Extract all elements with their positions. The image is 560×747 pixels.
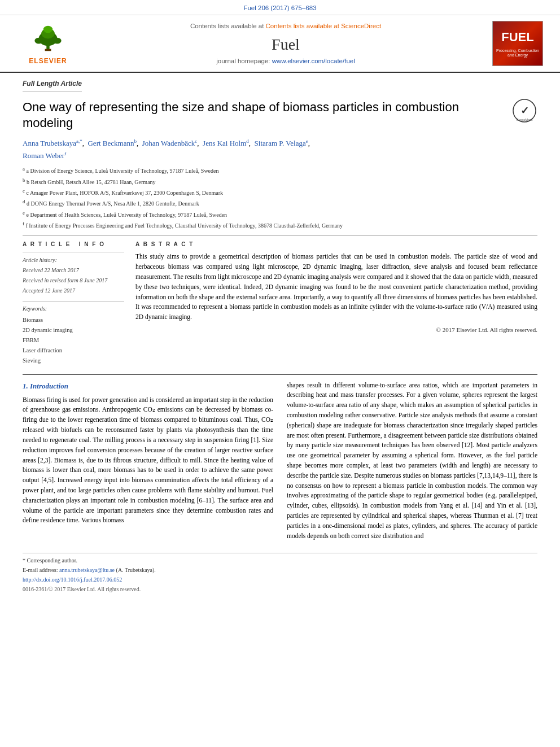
authors-line: Anna Trubetskayaa,*, Gert Beckmannb, Joh… <box>23 137 537 162</box>
keyword-1: Biomass <box>23 315 124 325</box>
copyright-text: © 2017 Elsevier Ltd. All rights reserved… <box>135 326 537 334</box>
keywords-label: Keywords: <box>23 305 124 313</box>
affiliation-a: a a Division of Energy Science, Luleå Un… <box>23 165 537 175</box>
article-body: Full Length Article One way of represent… <box>0 73 560 606</box>
email-note: E-mail address: anna.trubetskaya@ltu.se … <box>23 566 537 574</box>
doi-note: http://dx.doi.org/10.1016/j.fuel.2017.06… <box>23 576 537 584</box>
fuel-logo-box: FUEL Processing, Combustionand Energy <box>492 21 543 66</box>
sciencedirect-text: Contents lists available at Contents lis… <box>79 21 492 30</box>
abstract-header: A B S T R A C T <box>135 241 537 248</box>
crossmark-svg: ✓ CrossMark <box>512 98 537 124</box>
received-date: Received 22 March 2017 <box>23 266 124 275</box>
author-1: Anna Trubetskaya <box>23 139 76 147</box>
intro-paragraph-1: Biomass firing is used for power generat… <box>23 395 273 526</box>
author-3: Johan Wadenbäck <box>142 139 195 147</box>
intro-col-right: shapes result in different volume-to-sur… <box>287 381 537 546</box>
elsevier-tree-graphic <box>23 21 73 55</box>
journal-homepage: journal homepage: www.elsevier.com/locat… <box>79 56 492 65</box>
article-info-header: A R T I C L E I N F O <box>23 241 124 248</box>
issn-text: 0016-2361/© 2017 Elsevier Ltd. All right… <box>23 586 537 593</box>
keyword-4: Laser diffraction <box>23 346 124 356</box>
doi-link[interactable]: http://dx.doi.org/10.1016/j.fuel.2017.06… <box>23 576 122 583</box>
divider-1 <box>23 252 124 252</box>
svg-point-4 <box>34 37 43 43</box>
main-content: 1. Introduction Biomass firing is used f… <box>23 374 537 546</box>
history-header: Article history: <box>23 256 124 265</box>
svg-text:✓: ✓ <box>520 105 529 116</box>
keyword-2: 2D dynamic imaging <box>23 325 124 335</box>
divider-2 <box>23 301 124 302</box>
journal-center: Contents lists available at Contents lis… <box>79 21 492 65</box>
article-info-column: A R T I C L E I N F O Article history: R… <box>23 241 124 365</box>
abstract-column: A B S T R A C T This study aims to provi… <box>135 241 537 365</box>
affiliation-b: b b Retsch GmbH, Retsch Allee 15, 42781 … <box>23 177 537 186</box>
affiliations: a a Division of Energy Science, Luleå Un… <box>23 165 537 230</box>
introduction-section: 1. Introduction Biomass firing is used f… <box>23 381 537 546</box>
author-2: Gert Beckmann <box>88 139 134 147</box>
author-4: Jens Kai Holm <box>203 139 246 147</box>
footnote-area: * Corresponding author. E-mail address: … <box>23 553 537 593</box>
email-link[interactable]: anna.trubetskaya@ltu.se <box>59 567 115 573</box>
info-abstract-section: A R T I C L E I N F O Article history: R… <box>23 235 537 365</box>
revised-date: Received in revised form 8 June 2017 <box>23 276 124 285</box>
fuel-logo-subtitle: Processing, Combustionand Energy <box>496 49 539 58</box>
intro-col-left: 1. Introduction Biomass firing is used f… <box>23 381 273 546</box>
author-6: Roman Weber <box>23 152 64 160</box>
intro-section-title: 1. Introduction <box>23 381 273 392</box>
abstract-text: This study aims to provide a geometrical… <box>135 252 537 322</box>
svg-rect-6 <box>45 49 51 51</box>
email-attribution: (A. Trubetskaya). <box>116 567 156 573</box>
citation-bar: Fuel 206 (2017) 675–683 <box>0 0 560 15</box>
elsevier-logo: ELSEVIER <box>17 21 79 66</box>
intro-paragraph-2: shapes result in different volume-to-sur… <box>287 381 537 541</box>
journal-header: ELSEVIER Contents lists available at Con… <box>0 15 560 73</box>
article-title: One way of representing the size and sha… <box>23 99 463 132</box>
svg-point-5 <box>53 37 62 43</box>
svg-point-3 <box>43 25 53 33</box>
keywords-list: Biomass 2D dynamic imaging FBRM Laser di… <box>23 315 124 365</box>
keyword-5: Sieving <box>23 356 124 366</box>
article-type-label: Full Length Article <box>23 79 82 91</box>
sciencedirect-brand: Contents lists available at ScienceDirec… <box>266 23 382 29</box>
crossmark-icon: ✓ CrossMark <box>512 98 537 126</box>
journal-title: Fuel <box>79 33 492 55</box>
affiliation-c: c c Amager Power Plant, HOFOR A/S, Kraft… <box>23 187 537 197</box>
citation-text: Fuel 206 (2017) 675–683 <box>243 5 316 11</box>
corresponding-note: * Corresponding author. <box>23 557 537 565</box>
elsevier-label: ELSEVIER <box>29 56 67 66</box>
author-5: Sitaram P. Velaga <box>255 139 306 147</box>
keyword-3: FBRM <box>23 335 124 346</box>
accepted-date: Accepted 12 June 2017 <box>23 286 124 295</box>
svg-text:CrossMark: CrossMark <box>516 118 533 121</box>
affiliation-e: e e Department of Health Sciences, Luleå… <box>23 209 537 219</box>
homepage-url: www.elsevier.com/locate/fuel <box>272 58 355 64</box>
affiliation-d: d d DONG Energy Thermal Power A/S, Nesa … <box>23 198 537 208</box>
affiliation-f: f f Institute of Energy Processes Engine… <box>23 220 537 230</box>
article-history: Article history: Received 22 March 2017 … <box>23 256 124 295</box>
fuel-logo-text: FUEL <box>501 29 533 46</box>
elsevier-tree-icon <box>25 24 71 53</box>
page: Fuel 206 (2017) 675–683 ELSEVIER <box>0 0 560 747</box>
